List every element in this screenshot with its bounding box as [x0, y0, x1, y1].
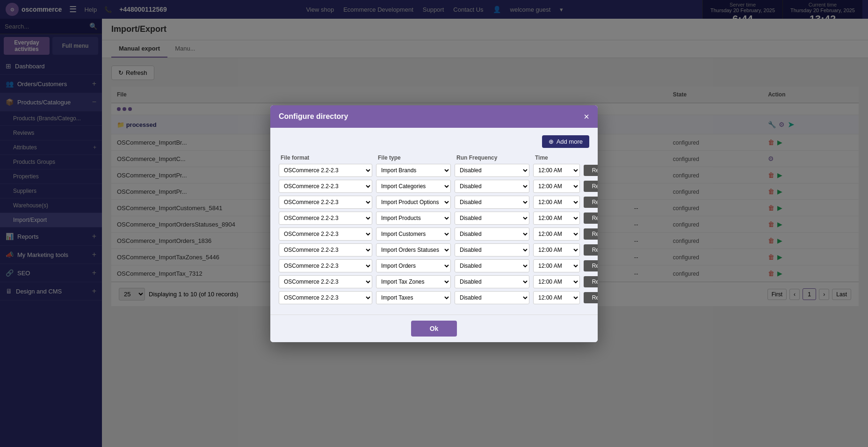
remove-button-8[interactable]: Remove [584, 292, 598, 303]
modal-table-top: ⊕ Add more [279, 135, 589, 148]
format-select-7[interactable]: OSCommerce 2.2-2.3 [279, 275, 372, 288]
remove-button-1[interactable]: Remove [584, 181, 598, 192]
type-select-1[interactable]: Import Categories [376, 180, 451, 193]
format-select-0[interactable]: OSCommerce 2.2-2.3 [279, 164, 372, 177]
freq-select-0[interactable]: Disabled [455, 164, 529, 177]
remove-button-7[interactable]: Remove [584, 276, 598, 287]
modal-row-0: OSCommerce 2.2-2.3 Import Brands Disable… [279, 164, 589, 177]
type-select-5[interactable]: Import Orders Statuses [376, 243, 451, 256]
time-select-5[interactable]: 12:00 AM [533, 243, 580, 256]
freq-select-7[interactable]: Disabled [455, 275, 529, 288]
modal-row-4: OSCommerce 2.2-2.3 Import Customers Disa… [279, 227, 589, 241]
freq-select-5[interactable]: Disabled [455, 243, 529, 256]
col-header-file-format: File format [281, 154, 374, 161]
time-select-2[interactable]: 12:00 AM [533, 196, 580, 209]
freq-select-8[interactable]: Disabled [455, 291, 529, 304]
col-header-file-type: File type [378, 154, 453, 161]
add-more-label: Add more [557, 138, 583, 145]
type-select-2[interactable]: Import Product Options [376, 196, 451, 209]
modal-row-8: OSCommerce 2.2-2.3 Import Taxes Disabled… [279, 291, 589, 304]
freq-select-1[interactable]: Disabled [455, 180, 529, 193]
modal-footer: Ok [270, 315, 598, 342]
freq-select-6[interactable]: Disabled [455, 259, 529, 272]
time-select-1[interactable]: 12:00 AM [533, 180, 580, 193]
format-select-3[interactable]: OSCommerce 2.2-2.3 [279, 212, 372, 225]
remove-button-2[interactable]: Remove [584, 197, 598, 208]
modal-row-5: OSCommerce 2.2-2.3 Import Orders Statuse… [279, 243, 589, 256]
modal-header: Configure directory × [270, 105, 598, 128]
modal-close-button[interactable]: × [584, 112, 589, 121]
time-select-4[interactable]: 12:00 AM [533, 227, 580, 241]
remove-button-6[interactable]: Remove [584, 260, 598, 271]
time-select-0[interactable]: 12:00 AM [533, 164, 580, 177]
type-select-8[interactable]: Import Taxes [376, 291, 451, 304]
modal-row-1: OSCommerce 2.2-2.3 Import Categories Dis… [279, 180, 589, 193]
modal-column-headers: File format File type Run Frequency Time [279, 152, 589, 164]
col-header-run-frequency: Run Frequency [456, 154, 531, 161]
type-select-6[interactable]: Import Orders [376, 259, 451, 272]
remove-button-5[interactable]: Remove [584, 244, 598, 256]
col-header-actions [586, 154, 598, 161]
remove-button-4[interactable]: Remove [584, 228, 598, 240]
type-select-3[interactable]: Import Products [376, 212, 451, 225]
ok-button[interactable]: Ok [411, 321, 457, 337]
modal-row-7: OSCommerce 2.2-2.3 Import Tax Zones Disa… [279, 275, 589, 288]
format-select-1[interactable]: OSCommerce 2.2-2.3 [279, 180, 372, 193]
modal-overlay[interactable]: Configure directory × ⊕ Add more File fo… [0, 0, 868, 447]
modal-body: ⊕ Add more File format File type Run Fre… [270, 128, 598, 315]
freq-select-2[interactable]: Disabled [455, 196, 529, 209]
col-header-time: Time [535, 154, 582, 161]
configure-directory-modal: Configure directory × ⊕ Add more File fo… [270, 105, 598, 342]
modal-title: Configure directory [279, 112, 348, 121]
format-select-2[interactable]: OSCommerce 2.2-2.3 [279, 196, 372, 209]
time-select-6[interactable]: 12:00 AM [533, 259, 580, 272]
format-select-4[interactable]: OSCommerce 2.2-2.3 [279, 227, 372, 241]
format-select-5[interactable]: OSCommerce 2.2-2.3 [279, 243, 372, 256]
time-select-7[interactable]: 12:00 AM [533, 275, 580, 288]
type-select-7[interactable]: Import Tax Zones [376, 275, 451, 288]
freq-select-4[interactable]: Disabled [455, 227, 529, 241]
type-select-4[interactable]: Import Customers [376, 227, 451, 241]
freq-select-3[interactable]: Disabled [455, 212, 529, 225]
modal-row-2: OSCommerce 2.2-2.3 Import Product Option… [279, 196, 589, 209]
type-select-0[interactable]: Import Brands [376, 164, 451, 177]
time-select-8[interactable]: 12:00 AM [533, 291, 580, 304]
format-select-8[interactable]: OSCommerce 2.2-2.3 [279, 291, 372, 304]
modal-row-3: OSCommerce 2.2-2.3 Import Products Disab… [279, 212, 589, 225]
remove-button-0[interactable]: Remove [584, 165, 598, 176]
add-more-button[interactable]: ⊕ Add more [542, 135, 589, 148]
format-select-6[interactable]: OSCommerce 2.2-2.3 [279, 259, 372, 272]
time-select-3[interactable]: 12:00 AM [533, 212, 580, 225]
add-more-plus-icon: ⊕ [549, 138, 554, 145]
modal-row-6: OSCommerce 2.2-2.3 Import Orders Disable… [279, 259, 589, 272]
remove-button-3[interactable]: Remove [584, 213, 598, 224]
